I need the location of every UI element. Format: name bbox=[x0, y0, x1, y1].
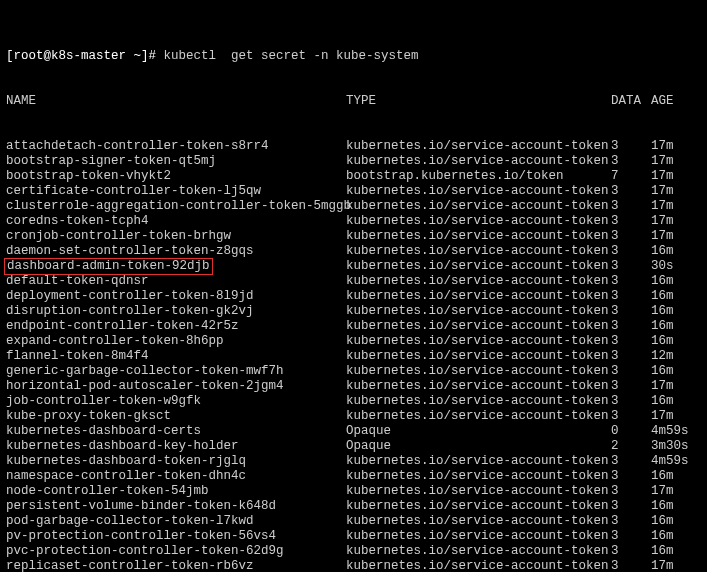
secret-data-count: 0 bbox=[611, 424, 651, 439]
table-row: namespace-controller-token-dhn4ckubernet… bbox=[6, 469, 701, 484]
secret-age: 4m59s bbox=[651, 454, 697, 469]
secret-type: kubernetes.io/service-account-token bbox=[346, 514, 611, 529]
secret-data-count: 3 bbox=[611, 379, 651, 394]
secret-age: 17m bbox=[651, 154, 697, 169]
secret-type: kubernetes.io/service-account-token bbox=[346, 409, 611, 424]
secret-age: 17m bbox=[651, 559, 697, 572]
secret-age: 16m bbox=[651, 529, 697, 544]
col-age: AGE bbox=[651, 94, 697, 109]
secret-name: bootstrap-signer-token-qt5mj bbox=[6, 154, 346, 169]
secret-age: 17m bbox=[651, 139, 697, 154]
table-row: persistent-volume-binder-token-k648dkube… bbox=[6, 499, 701, 514]
col-data: DATA bbox=[611, 94, 651, 109]
secret-name: pvc-protection-controller-token-62d9g bbox=[6, 544, 346, 559]
secret-type: kubernetes.io/service-account-token bbox=[346, 154, 611, 169]
secret-data-count: 3 bbox=[611, 244, 651, 259]
secret-data-count: 3 bbox=[611, 529, 651, 544]
secret-data-count: 3 bbox=[611, 229, 651, 244]
secret-name: deployment-controller-token-8l9jd bbox=[6, 289, 346, 304]
secret-name: disruption-controller-token-gk2vj bbox=[6, 304, 346, 319]
secret-data-count: 3 bbox=[611, 139, 651, 154]
secret-name: pod-garbage-collector-token-l7kwd bbox=[6, 514, 346, 529]
table-row: bootstrap-token-vhykt2bootstrap.kubernet… bbox=[6, 169, 701, 184]
table-row: kubernetes-dashboard-certsOpaque04m59s bbox=[6, 424, 701, 439]
secret-data-count: 3 bbox=[611, 499, 651, 514]
secret-type: kubernetes.io/service-account-token bbox=[346, 214, 611, 229]
secret-data-count: 3 bbox=[611, 154, 651, 169]
secret-age: 16m bbox=[651, 394, 697, 409]
secret-data-count: 3 bbox=[611, 334, 651, 349]
secret-type: kubernetes.io/service-account-token bbox=[346, 454, 611, 469]
secret-name: kube-proxy-token-gksct bbox=[6, 409, 346, 424]
table-row: generic-garbage-collector-token-mwf7hkub… bbox=[6, 364, 701, 379]
secret-data-count: 3 bbox=[611, 559, 651, 572]
secret-type: kubernetes.io/service-account-token bbox=[346, 394, 611, 409]
table-row: replicaset-controller-token-rb6vzkuberne… bbox=[6, 559, 701, 572]
secret-data-count: 3 bbox=[611, 409, 651, 424]
col-name: NAME bbox=[6, 94, 346, 109]
secret-type: kubernetes.io/service-account-token bbox=[346, 349, 611, 364]
secret-type: kubernetes.io/service-account-token bbox=[346, 139, 611, 154]
secret-name: clusterrole-aggregation-controller-token… bbox=[6, 199, 346, 214]
table-row: endpoint-controller-token-42r5zkubernete… bbox=[6, 319, 701, 334]
secret-type: kubernetes.io/service-account-token bbox=[346, 274, 611, 289]
table-row: node-controller-token-54jmbkubernetes.io… bbox=[6, 484, 701, 499]
secret-data-count: 3 bbox=[611, 199, 651, 214]
secret-data-count: 3 bbox=[611, 454, 651, 469]
secret-name: endpoint-controller-token-42r5z bbox=[6, 319, 346, 334]
secret-name: kubernetes-dashboard-certs bbox=[6, 424, 346, 439]
table-row: kube-proxy-token-gksctkubernetes.io/serv… bbox=[6, 409, 701, 424]
secret-age: 12m bbox=[651, 349, 697, 364]
secret-name: kubernetes-dashboard-token-rjglq bbox=[6, 454, 346, 469]
secret-data-count: 3 bbox=[611, 349, 651, 364]
secret-age: 17m bbox=[651, 229, 697, 244]
secret-age: 16m bbox=[651, 289, 697, 304]
secret-type: kubernetes.io/service-account-token bbox=[346, 469, 611, 484]
secret-type: kubernetes.io/service-account-token bbox=[346, 484, 611, 499]
secret-data-count: 3 bbox=[611, 319, 651, 334]
secret-age: 17m bbox=[651, 184, 697, 199]
table-row: job-controller-token-w9gfkkubernetes.io/… bbox=[6, 394, 701, 409]
secret-age: 17m bbox=[651, 409, 697, 424]
terminal-output[interactable]: [root@k8s-master ~]# kubectl get secret … bbox=[0, 0, 707, 572]
table-row: disruption-controller-token-gk2vjkuberne… bbox=[6, 304, 701, 319]
secret-type: kubernetes.io/service-account-token bbox=[346, 334, 611, 349]
secret-name: bootstrap-token-vhykt2 bbox=[6, 169, 346, 184]
table-row: horizontal-pod-autoscaler-token-2jgm4kub… bbox=[6, 379, 701, 394]
secret-data-count: 3 bbox=[611, 289, 651, 304]
secret-name: certificate-controller-token-lj5qw bbox=[6, 184, 346, 199]
secret-age: 17m bbox=[651, 199, 697, 214]
table-row: pv-protection-controller-token-56vs4kube… bbox=[6, 529, 701, 544]
table-row: clusterrole-aggregation-controller-token… bbox=[6, 199, 701, 214]
secret-name: default-token-qdnsr bbox=[6, 274, 346, 289]
table-body: attachdetach-controller-token-s8rr4kuber… bbox=[6, 139, 701, 572]
secret-age: 3m30s bbox=[651, 439, 697, 454]
secret-type: kubernetes.io/service-account-token bbox=[346, 184, 611, 199]
secret-age: 16m bbox=[651, 364, 697, 379]
secret-age: 16m bbox=[651, 499, 697, 514]
secret-age: 30s bbox=[651, 259, 697, 274]
secret-name: namespace-controller-token-dhn4c bbox=[6, 469, 346, 484]
table-row: pvc-protection-controller-token-62d9gkub… bbox=[6, 544, 701, 559]
command-line: [root@k8s-master ~]# kubectl get secret … bbox=[6, 34, 701, 64]
secret-age: 16m bbox=[651, 544, 697, 559]
table-row: expand-controller-token-8h6ppkubernetes.… bbox=[6, 334, 701, 349]
secret-type: bootstrap.kubernetes.io/token bbox=[346, 169, 611, 184]
table-header: NAMETYPEDATAAGE bbox=[6, 94, 701, 109]
shell-prompt: [root@k8s-master ~]# bbox=[6, 49, 156, 63]
table-row: default-token-qdnsrkubernetes.io/service… bbox=[6, 274, 701, 289]
secret-data-count: 7 bbox=[611, 169, 651, 184]
secret-data-count: 3 bbox=[611, 484, 651, 499]
secret-data-count: 3 bbox=[611, 214, 651, 229]
secret-name: generic-garbage-collector-token-mwf7h bbox=[6, 364, 346, 379]
secret-name: cronjob-controller-token-brhgw bbox=[6, 229, 346, 244]
secret-data-count: 2 bbox=[611, 439, 651, 454]
secret-type: Opaque bbox=[346, 424, 611, 439]
secret-data-count: 3 bbox=[611, 544, 651, 559]
secret-name: dashboard-admin-token-92djb bbox=[6, 259, 346, 274]
table-row: coredns-token-tcph4kubernetes.io/service… bbox=[6, 214, 701, 229]
secret-type: kubernetes.io/service-account-token bbox=[346, 259, 611, 274]
secret-age: 17m bbox=[651, 484, 697, 499]
secret-name: node-controller-token-54jmb bbox=[6, 484, 346, 499]
table-row: deployment-controller-token-8l9jdkuberne… bbox=[6, 289, 701, 304]
